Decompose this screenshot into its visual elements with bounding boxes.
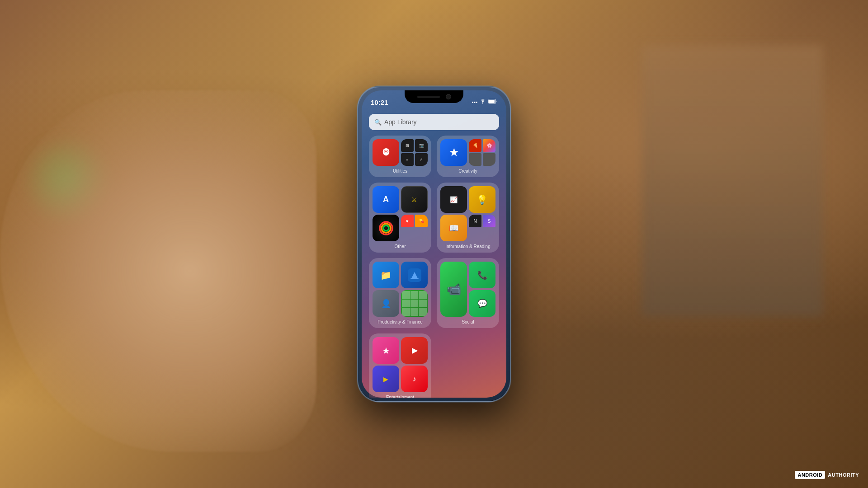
svg-rect-1 [489, 100, 495, 103]
social-label: Social [462, 319, 474, 324]
app-contacts[interactable]: 👤 [373, 290, 399, 317]
folder-utilities[interactable]: ⊞ 📷 = ✓ Utilities [369, 136, 431, 177]
app-youtube[interactable]: ▶ [401, 337, 428, 364]
app-imovie[interactable]: ★ [440, 139, 467, 166]
creativity-label: Creativity [458, 169, 477, 174]
notch [405, 90, 463, 103]
watermark-android: ANDROID [795, 471, 825, 479]
app-superstar[interactable]: ★ [373, 337, 399, 364]
info-reading-apps: 📈 💡 📖 N S [440, 186, 495, 241]
app-health[interactable]: ♥ 💊 [401, 215, 428, 241]
apps-mini-grid[interactable]: ⊞ 📷 = ✓ [401, 139, 428, 166]
signal-icon: ▪▪▪ [472, 99, 477, 105]
app-messages[interactable]: 💬 [469, 290, 495, 317]
app-activity[interactable] [373, 215, 399, 241]
folder-productivity[interactable]: 📁 👤 [369, 258, 431, 328]
entertainment-apps: ★ ▶ ▶ ♪ [373, 337, 428, 392]
app-alien[interactable] [373, 139, 399, 166]
svg-point-9 [383, 225, 389, 231]
app-appstore[interactable]: A [373, 186, 399, 213]
search-bar[interactable]: 🔍 App Library [369, 114, 499, 130]
status-icons: ▪▪▪ [472, 99, 497, 105]
creativity-mini[interactable]: 🍕 🌸 [469, 139, 495, 166]
folder-info-reading[interactable]: 📈 💡 📖 N S Information & Reading [437, 183, 499, 253]
utilities-label: Utilities [393, 169, 407, 174]
app-phone[interactable]: 📞 [469, 262, 495, 288]
info-mini[interactable]: N S [469, 215, 495, 241]
creativity-apps: ★ 🍕 🌸 [440, 139, 495, 166]
status-time: 10:21 [371, 99, 388, 106]
empty-slot [437, 333, 499, 398]
speaker [417, 96, 440, 98]
phone-body: 10:21 ▪▪▪ [357, 86, 511, 402]
phone-screen: 10:21 ▪▪▪ [362, 90, 506, 398]
other-label: Other [394, 244, 406, 249]
app-library-grid: ⊞ 📷 = ✓ Utilities ★ [369, 136, 499, 389]
battery-icon [488, 99, 497, 105]
productivity-label: Productivity & Finance [377, 319, 423, 324]
other-apps: A ⚔ ♥ 💊 [373, 186, 428, 241]
volume-up-button [357, 159, 358, 186]
app-callofduty[interactable]: ⚔ [401, 186, 428, 213]
front-camera [446, 94, 451, 99]
volume-down-button [357, 191, 358, 218]
entertainment-label: Entertainment [386, 395, 414, 398]
social-apps: 📹 📞 💬 [440, 262, 495, 317]
power-button [510, 150, 511, 177]
svg-point-2 [382, 148, 389, 155]
folder-creativity[interactable]: ★ 🍕 🌸 Creativity [437, 136, 499, 177]
phone-device: 10:21 ▪▪▪ [357, 86, 511, 402]
svg-point-6 [387, 151, 387, 152]
app-facetime[interactable]: 📹 [440, 262, 467, 317]
svg-point-5 [384, 151, 385, 152]
info-reading-label: Information & Reading [445, 244, 491, 249]
productivity-apps: 📁 👤 [373, 262, 428, 317]
app-applemusic[interactable]: ♪ [401, 366, 428, 392]
folder-other[interactable]: A ⚔ ♥ 💊 [369, 183, 431, 253]
app-books[interactable]: 📖 [440, 215, 467, 241]
utilities-apps: ⊞ 📷 = ✓ [373, 139, 428, 166]
app-keynote[interactable] [401, 262, 428, 288]
svg-rect-12 [410, 278, 419, 279]
silent-switch [357, 136, 358, 152]
search-placeholder: App Library [384, 118, 417, 126]
app-stocks[interactable]: 📈 [440, 186, 467, 213]
folder-social[interactable]: 📹 📞 💬 Social [437, 258, 499, 328]
bg-decoration-right [642, 45, 823, 316]
watermark: ANDROID AUTHORITY [795, 471, 859, 479]
app-plex[interactable]: ▶ [373, 366, 399, 392]
folder-entertainment[interactable]: ★ ▶ ▶ ♪ Entertainment [369, 333, 431, 398]
app-numbers[interactable] [401, 290, 428, 317]
app-files[interactable]: 📁 [373, 262, 399, 288]
search-icon: 🔍 [374, 119, 382, 126]
watermark-authority: AUTHORITY [828, 472, 859, 478]
wifi-icon [480, 99, 486, 105]
app-tips[interactable]: 💡 [469, 186, 495, 213]
